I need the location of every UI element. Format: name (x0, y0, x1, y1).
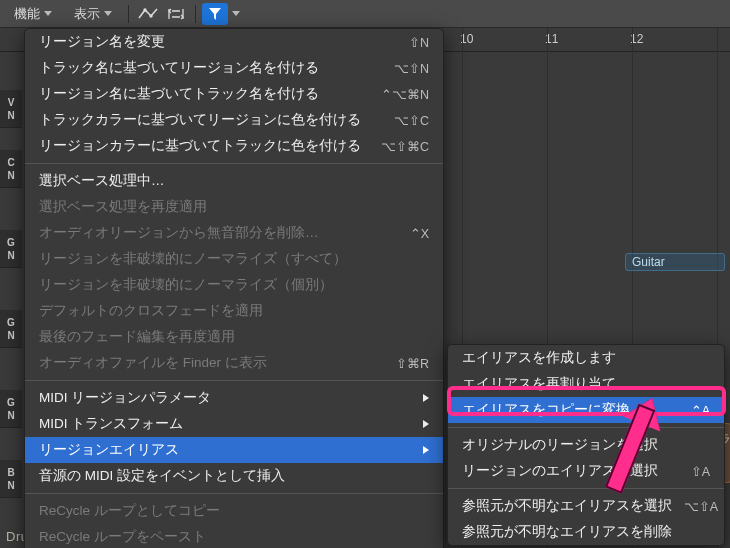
track-header[interactable]: BN (0, 460, 22, 498)
track-header[interactable]: GN (0, 310, 22, 348)
view-menu-button[interactable]: 表示 (64, 2, 122, 26)
menu-normalize-each: リージョンを非破壊的にノーマライズ（個別） (25, 272, 443, 298)
menu-reveal-in-finder: オーディオファイルを Finder に表示⇧⌘R (25, 350, 443, 376)
submenu-create-alias[interactable]: エイリアスを作成します (448, 345, 724, 371)
functions-menu-button[interactable]: 機能 (4, 2, 62, 26)
automation-tool-icon[interactable] (135, 3, 161, 25)
menu-separator (448, 488, 724, 489)
filter-tool-icon[interactable] (202, 3, 228, 25)
submenu-arrow-icon (423, 446, 429, 454)
region-label: Guitar (632, 255, 665, 269)
menu-name-track-by-region[interactable]: リージョン名に基づいてトラック名を付ける⌃⌥⌘N (25, 81, 443, 107)
svg-point-0 (143, 8, 146, 11)
menu-selection-reapply: 選択ベース処理を再度適用 (25, 194, 443, 220)
submenu-select-original[interactable]: オリジナルのリージョンを選択 (448, 432, 724, 458)
menu-name-region-by-track[interactable]: トラック名に基づいてリージョン名を付ける⌥⇧N (25, 55, 443, 81)
menu-normalize-all: リージョンを非破壊的にノーマライズ（すべて） (25, 246, 443, 272)
menu-separator (448, 427, 724, 428)
menu-rename-region[interactable]: リージョン名を変更⇧N (25, 29, 443, 55)
view-label: 表示 (74, 5, 100, 23)
flex-tool-icon[interactable] (163, 3, 189, 25)
menu-separator (25, 493, 443, 494)
menu-recycle-copy: ReCycle ループとしてコピー (25, 498, 443, 524)
menu-selection-processing[interactable]: 選択ベース処理中… (25, 168, 443, 194)
menu-color-track-by-region[interactable]: リージョンカラーに基づいてトラックに色を付ける⌥⇧⌘C (25, 133, 443, 159)
submenu-select-aliases[interactable]: リージョンのエイリアスを選択⇧A (448, 458, 724, 484)
submenu-reassign-alias[interactable]: エイリアスを再割り当て (448, 371, 724, 397)
chevron-down-icon (232, 11, 240, 16)
menu-separator (25, 163, 443, 164)
context-menu: リージョン名を変更⇧N トラック名に基づいてリージョン名を付ける⌥⇧N リージョ… (24, 28, 444, 548)
submenu-select-orphan-aliases[interactable]: 参照元が不明なエイリアスを選択⌥⇧A (448, 493, 724, 519)
alias-submenu: エイリアスを作成します エイリアスを再割り当て エイリアスをコピーに変換⌃A オ… (447, 344, 725, 546)
submenu-alias-to-copy[interactable]: エイリアスをコピーに変換⌃A (448, 397, 724, 423)
svg-point-1 (149, 14, 152, 17)
menu-midi-region-params[interactable]: MIDI リージョンパラメータ (25, 385, 443, 411)
toolbar: 機能 表示 (0, 0, 730, 28)
track-header[interactable]: GN (0, 230, 22, 268)
menu-reapply-fade: 最後のフェード編集を再度適用 (25, 324, 443, 350)
menu-strip-silence: オーディオリージョンから無音部分を削除…⌃X (25, 220, 443, 246)
divider (128, 5, 129, 23)
menu-separator (25, 380, 443, 381)
track-header[interactable]: VN (0, 90, 22, 128)
menu-color-region-by-track[interactable]: トラックカラーに基づいてリージョンに色を付ける⌥⇧C (25, 107, 443, 133)
menu-midi-transform[interactable]: MIDI トランスフォーム (25, 411, 443, 437)
submenu-delete-orphan-aliases[interactable]: 参照元が不明なエイリアスを削除 (448, 519, 724, 545)
submenu-arrow-icon (423, 420, 429, 428)
chevron-down-icon (104, 11, 112, 16)
menu-insert-midi-event[interactable]: 音源の MIDI 設定をイベントとして挿入 (25, 463, 443, 489)
region-guitar[interactable]: Guitar (625, 253, 725, 271)
menu-region-alias[interactable]: リージョンエイリアス (25, 437, 443, 463)
track-header[interactable]: GN (0, 390, 22, 428)
divider (195, 5, 196, 23)
track-header[interactable]: CN (0, 150, 22, 188)
submenu-arrow-icon (423, 394, 429, 402)
menu-recycle-paste: ReCycle ループをペースト (25, 524, 443, 548)
functions-label: 機能 (14, 5, 40, 23)
chevron-down-icon (44, 11, 52, 16)
menu-default-crossfade: デフォルトのクロスフェードを適用 (25, 298, 443, 324)
